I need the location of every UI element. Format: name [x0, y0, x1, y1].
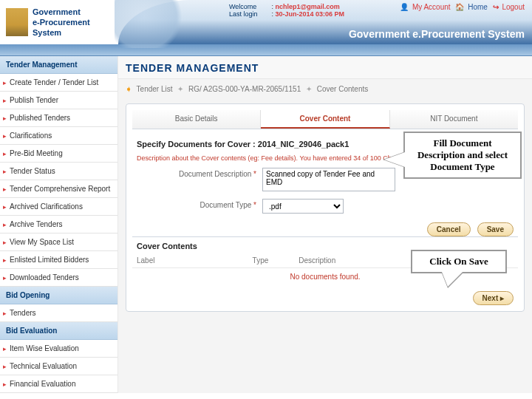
arrow-icon: ▸	[3, 150, 7, 157]
sidebar-item[interactable]: ▸Published Tenders	[0, 109, 117, 127]
arrow-icon: ➧	[126, 85, 132, 93]
system-name: Government e.Procurement System	[349, 28, 525, 40]
logout-icon: ↪	[493, 3, 499, 11]
header-separator	[0, 44, 532, 56]
sidebar-item[interactable]: ▸Tenders	[0, 304, 117, 322]
national-emblem-icon	[6, 8, 28, 36]
sidebar-item[interactable]: ▸Archive Tenders	[0, 216, 117, 233]
header-info: Welcome : nchlep1@gmail.com Last login :…	[229, 3, 344, 18]
sidebar-item-label: Archived Clarifications	[10, 202, 83, 211]
breadcrumb: ➧ Tender List ✦ RG/ A2GS-000-YA-MR-2065/…	[118, 79, 532, 99]
sidebar-item-label: Tender Comprehensive Report	[10, 185, 110, 193]
sidebar-item-label: Publish Tender	[10, 96, 58, 104]
my-account-link[interactable]: 👤 My Account	[398, 3, 450, 11]
sidebar-item[interactable]: ▸Clarifications	[0, 127, 117, 145]
col-label: Label	[132, 253, 248, 268]
sidebar-item-label: Tenders	[10, 309, 36, 317]
arrow-icon: ▸	[3, 221, 7, 228]
callout-fill-document: Fill Document Description and select Doc…	[403, 132, 522, 179]
tab-cover-content[interactable]: Cover Content	[261, 110, 389, 129]
sidebar-item-label: Financial Evaluation	[10, 380, 76, 388]
col-type: Type	[248, 253, 295, 268]
logout-link[interactable]: ↪ Logout	[491, 3, 525, 11]
sidebar-item-label: Published Tenders	[10, 114, 70, 122]
arrow-icon: ▸	[3, 168, 7, 175]
sidebar-section-0: Tender Management	[0, 56, 117, 74]
map-icon	[115, 0, 188, 48]
sidebar-item[interactable]: ▸Tender Status	[0, 163, 117, 180]
breadcrumb-item: Cover Contents	[317, 85, 368, 93]
sidebar-item[interactable]: ▸Downloaded Tenders	[0, 269, 117, 287]
sidebar-item-label: View My Space List	[10, 238, 74, 246]
sidebar-item-label: Clarifications	[10, 132, 52, 140]
home-icon: 🏠	[455, 3, 464, 11]
sidebar-section-1: Bid Opening	[0, 287, 117, 304]
arrow-icon: ▸	[3, 345, 7, 352]
home-link[interactable]: 🏠 Home	[454, 3, 487, 11]
cancel-button[interactable]: Cancel	[427, 222, 471, 236]
breadcrumb-item[interactable]: Tender List	[137, 85, 173, 93]
arrow-icon: ▸	[3, 274, 7, 282]
sidebar: Tender Management▸Create Tender / Tender…	[0, 56, 118, 393]
arrow-icon: ▸	[3, 97, 7, 104]
header-brand: Government e-Procurement System	[0, 0, 118, 44]
sidebar-item[interactable]: ▸Item Wise Evaluation	[0, 340, 117, 358]
sidebar-item-label: Technical Evaluation	[10, 362, 77, 370]
sidebar-item[interactable]: ▸Publish Tender	[0, 92, 117, 109]
save-button[interactable]: Save	[477, 222, 514, 236]
tab-nit-document[interactable]: NIT Document	[390, 110, 518, 129]
doc-desc-input[interactable]: Scanned copy of Tender Fee and EMD	[262, 168, 395, 191]
callout-click-save: Click On Save	[411, 250, 507, 273]
arrow-icon: ▸	[3, 132, 7, 140]
sidebar-item-label: Enlisted Limited Bidders	[10, 256, 89, 264]
sidebar-item-label: Archive Tenders	[10, 220, 63, 228]
sidebar-item[interactable]: ▸Create Tender / Tender List	[0, 74, 117, 92]
arrow-icon: ▸	[3, 115, 7, 122]
arrow-icon: ▸	[3, 79, 7, 86]
arrow-icon: ▸	[3, 363, 7, 370]
sidebar-item[interactable]: ▸Pre-Bid Meeting	[0, 145, 117, 163]
sidebar-item[interactable]: ▸Technical Evaluation	[0, 358, 117, 375]
arrow-icon: ▸	[3, 381, 7, 388]
sidebar-item[interactable]: ▸Enlisted Limited Bidders	[0, 251, 117, 269]
sidebar-item-label: Pre-Bid Meeting	[10, 149, 63, 157]
sidebar-item-label: Tender Status	[10, 167, 55, 175]
user-icon: 👤	[400, 3, 409, 11]
tab-basic-details[interactable]: Basic Details	[132, 110, 261, 129]
sidebar-item[interactable]: ▸View My Space List	[0, 233, 117, 251]
breadcrumb-item[interactable]: RG/ A2GS-000-YA-MR-2065/1151	[188, 85, 301, 93]
arrow-icon: ▸	[3, 310, 7, 317]
doc-type-label: Document Type *	[137, 199, 262, 209]
sidebar-item[interactable]: ▸Archived Clarifications	[0, 198, 117, 216]
sidebar-item-label: Create Tender / Tender List	[10, 78, 98, 86]
sidebar-item[interactable]: ▸Tender Comprehensive Report	[0, 180, 117, 198]
page-heading: TENDER MANAGEMENT	[118, 56, 532, 79]
doc-desc-label: Document Description *	[137, 168, 262, 178]
next-button[interactable]: Next ▸	[473, 291, 514, 305]
sidebar-item-label: Item Wise Evaluation	[10, 344, 79, 352]
arrow-icon: ▸	[3, 239, 7, 246]
arrow-icon: ▸	[3, 185, 7, 193]
sidebar-item[interactable]: ▸Financial Evaluation	[0, 375, 117, 393]
brand-title: Government e-Procurement System	[33, 7, 90, 38]
arrow-icon: ▸	[3, 256, 7, 264]
arrow-icon: ▸	[3, 203, 7, 211]
sidebar-section-2: Bid Evaluation	[0, 322, 117, 340]
sidebar-item-label: Downloaded Tenders	[10, 273, 79, 282]
doc-type-select[interactable]: .pdf	[262, 199, 344, 214]
